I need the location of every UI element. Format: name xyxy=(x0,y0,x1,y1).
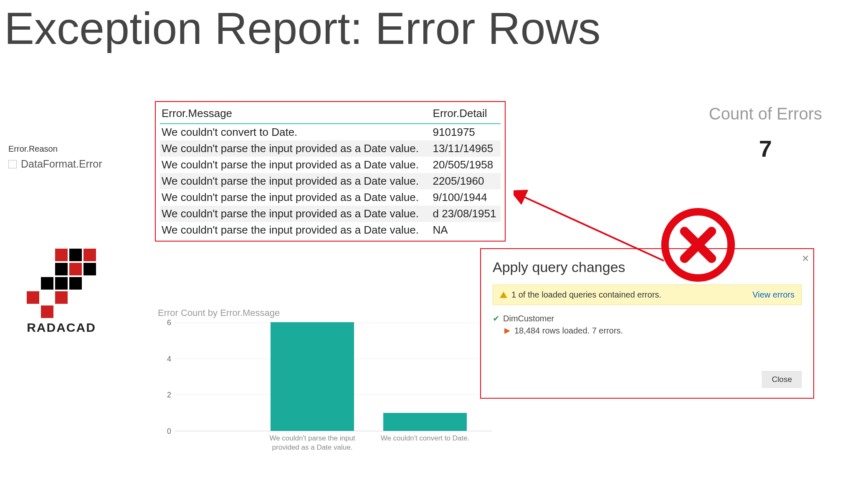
cell-message: We couldn't parse the input provided as … xyxy=(160,173,431,189)
y-axis: 6 4 2 0 xyxy=(158,323,175,431)
cell-message: We couldn't parse the input provided as … xyxy=(160,140,431,157)
column-header-message[interactable]: Error.Message xyxy=(160,104,431,124)
checkbox-icon[interactable] xyxy=(8,160,17,168)
cell-detail: NA xyxy=(431,222,501,238)
chart-title: Error Count by Error.Message xyxy=(158,308,500,318)
y-tick: 0 xyxy=(167,427,171,436)
y-tick: 4 xyxy=(167,354,171,363)
annotation-arrow-icon xyxy=(514,190,672,269)
slicer-item-label: DataFormat.Error xyxy=(21,158,102,170)
cell-message: We couldn't parse the input provided as … xyxy=(160,206,431,222)
chart-bar[interactable] xyxy=(383,413,467,431)
warning-icon xyxy=(500,292,507,298)
warning-text: 1 of the loaded queries contained errors… xyxy=(511,290,661,300)
apply-query-changes-dialog: ✕ Apply query changes 1 of the loaded qu… xyxy=(480,248,814,399)
error-table: Error.Message Error.Detail We couldn't c… xyxy=(155,101,506,242)
query-detail: 18,484 rows loaded. 7 errors. xyxy=(514,326,623,336)
radacad-logo: RADACAD xyxy=(27,249,96,335)
card-title: Count of Errors xyxy=(709,104,822,123)
flag-icon xyxy=(504,328,510,334)
column-header-detail[interactable]: Error.Detail xyxy=(431,104,501,124)
count-of-errors-card: Count of Errors 7 xyxy=(709,104,822,162)
table-row[interactable]: We couldn't parse the input provided as … xyxy=(160,157,501,173)
cell-message: We couldn't parse the input provided as … xyxy=(160,189,431,206)
error-reason-slicer: Error.Reason DataFormat.Error xyxy=(8,144,102,170)
error-count-chart: Error Count by Error.Message 6 4 2 0 We … xyxy=(158,308,500,440)
cell-detail: 9101975 xyxy=(431,124,501,140)
query-status: ✔ DimCustomer 18,484 rows loaded. 7 erro… xyxy=(493,313,802,336)
y-tick: 6 xyxy=(167,318,171,327)
slicer-header: Error.Reason xyxy=(8,144,102,154)
table-row[interactable]: We couldn't parse the input provided as … xyxy=(160,189,501,206)
cell-detail: 2205/1960 xyxy=(431,173,501,189)
table-row[interactable]: We couldn't parse the input provided as … xyxy=(160,222,501,238)
logo-icon xyxy=(27,249,96,318)
table-row[interactable]: We couldn't parse the input provided as … xyxy=(160,140,501,157)
table-row[interactable]: We couldn't parse the input provided as … xyxy=(160,173,501,189)
cell-detail: 9/100/1944 xyxy=(431,189,501,206)
chart-bar[interactable] xyxy=(271,322,354,431)
page-title: Exception Report: Error Rows xyxy=(4,2,601,54)
card-value: 7 xyxy=(709,135,822,162)
warning-banner: 1 of the loaded queries contained errors… xyxy=(493,285,802,305)
cell-detail: 13/11/14965 xyxy=(431,140,501,157)
svg-line-0 xyxy=(522,196,664,261)
query-name: DimCustomer xyxy=(503,314,554,323)
table-row[interactable]: We couldn't parse the input provided as … xyxy=(160,206,501,222)
cell-message: We couldn't parse the input provided as … xyxy=(160,157,431,173)
table-row[interactable]: We couldn't convert to Date.9101975 xyxy=(160,124,501,140)
x-tick-label: We couldn't convert to Date. xyxy=(375,434,475,443)
view-errors-link[interactable]: View errors xyxy=(752,290,795,300)
checkmark-icon: ✔ xyxy=(493,313,500,323)
x-tick-label: We couldn't parse the input provided as … xyxy=(262,434,362,452)
chart-plot-area xyxy=(175,323,492,431)
cell-detail: 20/505/1958 xyxy=(431,157,501,173)
error-x-icon xyxy=(660,207,736,282)
cell-detail: d 23/08/1951 xyxy=(431,206,501,222)
cell-message: We couldn't parse the input provided as … xyxy=(160,222,431,238)
cell-message: We couldn't convert to Date. xyxy=(160,124,431,140)
slicer-item[interactable]: DataFormat.Error xyxy=(8,158,102,170)
y-tick: 2 xyxy=(167,391,171,399)
logo-text: RADACAD xyxy=(27,321,96,335)
close-icon[interactable]: ✕ xyxy=(802,253,809,264)
close-button[interactable]: Close xyxy=(762,371,802,388)
